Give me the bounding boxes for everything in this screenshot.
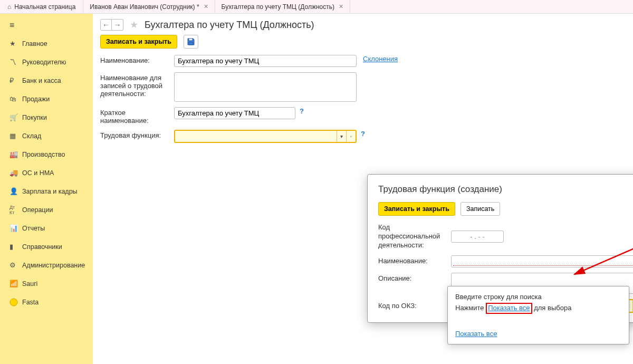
- prof-code-label: Код профессиональной деятельности:: [378, 223, 451, 250]
- help-icon[interactable]: ?: [361, 130, 365, 138]
- sauri-icon: 📶: [9, 280, 22, 288]
- prof-code-input[interactable]: [451, 231, 504, 243]
- dropdown-hint-1: Введите строку для поиска: [455, 293, 621, 301]
- person-icon: 👤: [9, 187, 22, 195]
- bag-icon: 🛍: [9, 95, 22, 103]
- save-button[interactable]: [184, 35, 198, 49]
- sidebar-item-assets[interactable]: 🚚ОС и НМА: [0, 164, 93, 182]
- labor-func-combo[interactable]: ▾ ▫: [174, 130, 357, 143]
- dropdown-hint-2: Нажмите Показать все для выбора: [455, 303, 621, 314]
- popup-save-button[interactable]: Записать: [461, 202, 500, 216]
- tab-home-label: Начальная страница: [14, 3, 75, 11]
- book-icon: ▮: [9, 243, 22, 251]
- menu-button[interactable]: ≡: [0, 16, 93, 34]
- factory-icon: 🏭: [9, 150, 22, 158]
- sidebar: ≡ ★Главное 〽Руководителю ₽Банк и касса 🛍…: [0, 14, 93, 364]
- popup-desc-label: Описание:: [378, 273, 451, 283]
- labor-func-label: Трудовая функция:: [100, 130, 174, 139]
- truck-icon: 🚚: [9, 169, 22, 177]
- main-content: ← → ★ Бухгалтера по учету ТМЦ (Должность…: [93, 14, 633, 364]
- open-icon[interactable]: ▫: [346, 131, 356, 142]
- sidebar-item-reports[interactable]: 📊Отчеты: [0, 219, 93, 237]
- gear-icon: ⚙: [9, 261, 22, 269]
- popup-name-label: Наименование:: [378, 257, 451, 266]
- sidebar-item-catalogs[interactable]: ▮Справочники: [0, 237, 93, 256]
- save-close-button[interactable]: Записать и закрыть: [100, 35, 177, 49]
- tab-bar: ⌂ Начальная страница Иванов Аван Иванови…: [0, 0, 633, 14]
- popup-name-input[interactable]: [451, 255, 633, 267]
- sidebar-item-operations[interactable]: ДтКтОперации: [0, 200, 93, 219]
- okz-dropdown: Введите строку для поиска Нажмите Показа…: [447, 286, 629, 344]
- page-title: Бухгалтера по учету ТМЦ (Должность): [145, 20, 314, 31]
- short-name-input[interactable]: [174, 107, 295, 119]
- close-icon[interactable]: ✕: [339, 3, 343, 10]
- labor-func-input[interactable]: [175, 131, 337, 142]
- tab-employee-label: Иванов Аван Иванович (Сотрудник) *: [90, 3, 199, 11]
- fasta-icon: [9, 298, 22, 306]
- help-icon[interactable]: ?: [300, 107, 304, 115]
- boxes-icon: ▦: [9, 132, 22, 140]
- name-records-label: Наименование для записей о трудовой деят…: [100, 72, 174, 98]
- short-name-label: Краткое наименование:: [100, 107, 174, 124]
- dtkt-icon: ДтКт: [9, 205, 22, 215]
- close-icon[interactable]: ✕: [204, 3, 208, 10]
- chart-icon: 📊: [9, 224, 22, 232]
- popup-save-close-button[interactable]: Записать и закрыть: [378, 202, 455, 216]
- show-all-inline-link[interactable]: Показать все: [488, 304, 530, 312]
- favorite-star-icon[interactable]: ★: [130, 19, 138, 31]
- back-button[interactable]: ←: [100, 19, 112, 31]
- popup-title: Трудовая функция (создание): [378, 184, 633, 195]
- name-input[interactable]: [174, 55, 357, 67]
- cart-icon: 🛒: [9, 113, 22, 121]
- star-icon: ★: [9, 40, 22, 47]
- svg-point-0: [10, 299, 17, 306]
- sidebar-item-fasta[interactable]: Fasta: [0, 293, 93, 311]
- sidebar-item-warehouse[interactable]: ▦Склад: [0, 127, 93, 145]
- tab-position[interactable]: Бухгалтера по учету ТМЦ (Должность) ✕: [215, 0, 350, 13]
- declension-link[interactable]: Склонения: [363, 55, 398, 63]
- show-all-link[interactable]: Показать все: [455, 330, 497, 338]
- sidebar-item-sales[interactable]: 🛍Продажи: [0, 90, 93, 108]
- sidebar-item-manager[interactable]: 〽Руководителю: [0, 53, 93, 71]
- sidebar-item-sauri[interactable]: 📶Sauri: [0, 274, 93, 293]
- tab-employee[interactable]: Иванов Аван Иванович (Сотрудник) * ✕: [83, 0, 215, 13]
- sidebar-item-admin[interactable]: ⚙Администрирование: [0, 256, 93, 274]
- trend-icon: 〽: [9, 58, 22, 66]
- sidebar-item-production[interactable]: 🏭Производство: [0, 145, 93, 164]
- okz-label: Код по ОКЗ:: [378, 302, 451, 310]
- sidebar-item-bank[interactable]: ₽Банк и касса: [0, 71, 93, 90]
- dropdown-icon[interactable]: ▾: [337, 131, 346, 142]
- sidebar-item-purchases[interactable]: 🛒Покупки: [0, 108, 93, 127]
- forward-button[interactable]: →: [112, 19, 123, 31]
- tab-position-label: Бухгалтера по учету ТМЦ (Должность): [222, 3, 334, 11]
- home-icon: ⌂: [7, 3, 11, 11]
- ruble-icon: ₽: [9, 76, 22, 84]
- sidebar-item-main[interactable]: ★Главное: [0, 34, 93, 53]
- tab-home[interactable]: ⌂ Начальная страница: [0, 0, 83, 13]
- floppy-icon: [187, 38, 195, 45]
- name-label: Наименование:: [100, 55, 174, 64]
- sidebar-item-hr[interactable]: 👤Зарплата и кадры: [0, 182, 93, 200]
- name-records-textarea[interactable]: [174, 72, 357, 102]
